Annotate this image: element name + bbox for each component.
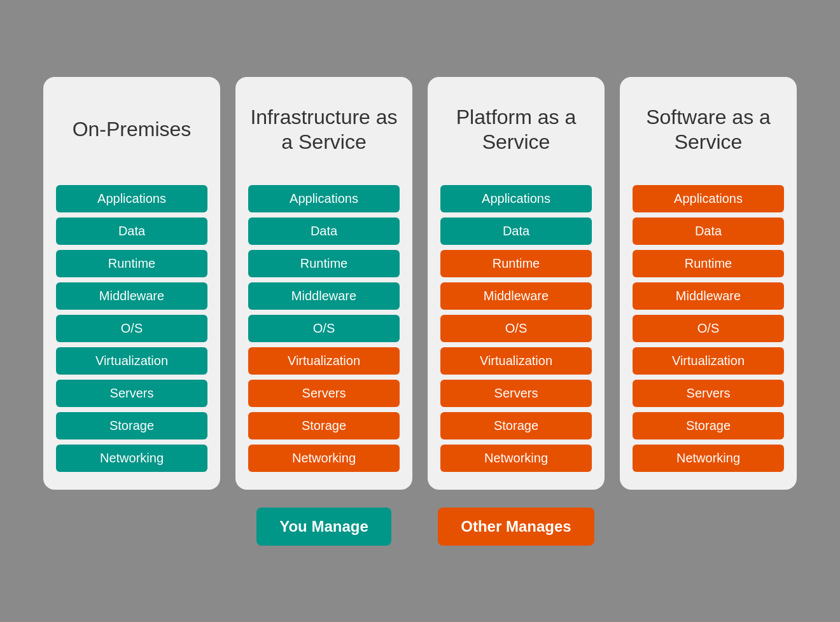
main-container: On-PremisesApplicationsDataRuntimeMiddle… (32, 77, 808, 546)
item-badge-paas-3: Middleware (440, 282, 592, 310)
column-title-on-premises: On-Premises (73, 95, 192, 165)
item-badge-paas-8: Networking (440, 445, 592, 472)
item-badge-iaas-7: Storage (248, 412, 400, 439)
item-badge-saas-1: Data (633, 218, 784, 245)
item-badge-iaas-6: Servers (248, 380, 400, 407)
item-badge-on-premises-2: Runtime (56, 250, 207, 277)
footer-badge-iaas: You Manage (256, 508, 391, 546)
column-card-paas: Platform as a ServiceApplicationsDataRun… (428, 77, 605, 490)
item-badge-on-premises-7: Storage (56, 412, 207, 439)
item-badge-on-premises-1: Data (56, 218, 207, 245)
footer-slot-on-premises (43, 508, 220, 546)
item-badge-paas-4: O/S (440, 315, 592, 342)
item-badge-saas-6: Servers (633, 380, 784, 407)
columns-row: On-PremisesApplicationsDataRuntimeMiddle… (32, 77, 808, 490)
item-badge-paas-6: Servers (440, 380, 592, 407)
item-badge-saas-2: Runtime (633, 250, 784, 277)
item-badge-iaas-1: Data (248, 218, 400, 245)
item-badge-paas-5: Virtualization (440, 347, 592, 375)
item-badge-iaas-0: Applications (248, 185, 400, 212)
column-card-on-premises: On-PremisesApplicationsDataRuntimeMiddle… (43, 77, 220, 490)
column-card-saas: Software as a ServiceApplicationsDataRun… (620, 77, 797, 490)
item-badge-on-premises-0: Applications (56, 185, 207, 212)
footer-badge-paas: Other Manages (438, 508, 594, 546)
item-badge-saas-7: Storage (633, 412, 784, 439)
footer-slot-saas (620, 508, 797, 546)
footer-row: You ManageOther Manages (32, 508, 808, 546)
item-badge-saas-4: O/S (633, 315, 784, 342)
items-list-paas: ApplicationsDataRuntimeMiddlewareO/SVirt… (440, 185, 592, 472)
item-badge-paas-0: Applications (440, 185, 592, 212)
item-badge-saas-5: Virtualization (633, 347, 784, 375)
item-badge-on-premises-8: Networking (56, 445, 207, 472)
footer-slot-paas: Other Manages (428, 508, 605, 546)
item-badge-on-premises-6: Servers (56, 380, 207, 407)
item-badge-iaas-2: Runtime (248, 250, 400, 277)
items-list-saas: ApplicationsDataRuntimeMiddlewareO/SVirt… (633, 185, 784, 472)
items-list-iaas: ApplicationsDataRuntimeMiddlewareO/SVirt… (248, 185, 400, 472)
item-badge-saas-8: Networking (633, 445, 784, 472)
item-badge-iaas-4: O/S (248, 315, 400, 342)
item-badge-paas-7: Storage (440, 412, 592, 439)
item-badge-iaas-5: Virtualization (248, 347, 400, 375)
item-badge-saas-3: Middleware (633, 282, 784, 310)
item-badge-on-premises-3: Middleware (56, 282, 207, 310)
item-badge-paas-1: Data (440, 218, 592, 245)
column-title-iaas: Infrastructure as a Service (248, 95, 400, 165)
items-list-on-premises: ApplicationsDataRuntimeMiddlewareO/SVirt… (56, 185, 207, 472)
item-badge-paas-2: Runtime (440, 250, 592, 277)
item-badge-on-premises-4: O/S (56, 315, 207, 342)
item-badge-iaas-8: Networking (248, 445, 400, 472)
item-badge-iaas-3: Middleware (248, 282, 400, 310)
footer-slot-iaas: You Manage (235, 508, 412, 546)
column-title-saas: Software as a Service (633, 95, 784, 165)
column-card-iaas: Infrastructure as a ServiceApplicationsD… (235, 77, 412, 490)
item-badge-saas-0: Applications (633, 185, 784, 212)
column-title-paas: Platform as a Service (440, 95, 592, 165)
item-badge-on-premises-5: Virtualization (56, 347, 207, 375)
